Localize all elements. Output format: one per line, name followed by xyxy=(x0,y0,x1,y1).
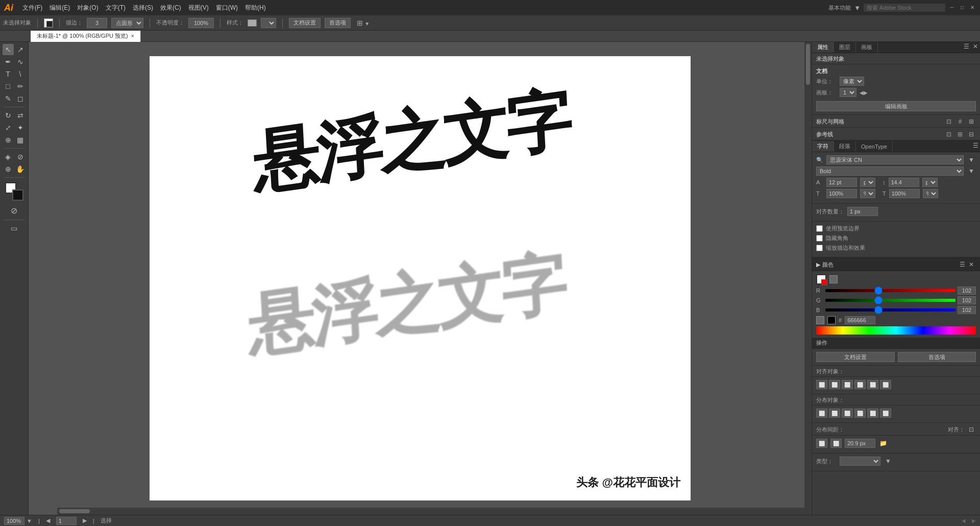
zoom-input[interactable] xyxy=(4,517,24,525)
graph-tool[interactable]: ▦ xyxy=(15,134,26,146)
search-input[interactable] xyxy=(864,4,945,12)
actions-preferences-btn[interactable]: 首选项 xyxy=(898,352,976,362)
tab-opentype[interactable]: OpenType xyxy=(856,141,893,152)
eraser-tool[interactable]: ◻ xyxy=(15,93,26,104)
artboard-tool[interactable]: ▭ xyxy=(9,223,20,234)
guide-settings-icon[interactable]: ⊞ xyxy=(967,117,976,126)
grid-icon[interactable]: # xyxy=(955,117,965,126)
minimize-icon[interactable]: ─ xyxy=(948,4,955,11)
h-scroll-thumb[interactable] xyxy=(59,509,90,513)
menu-select[interactable]: 选择(S) xyxy=(133,4,153,12)
align-right-btn[interactable]: ⬜ xyxy=(842,380,853,389)
scale-unit[interactable]: % xyxy=(923,189,938,198)
none-swatch[interactable]: ⊘ xyxy=(9,205,20,216)
dist-left-btn[interactable]: ⬜ xyxy=(816,409,827,418)
menu-view[interactable]: 视图(V) xyxy=(188,4,209,12)
artboard-next-icon[interactable]: ▶ xyxy=(83,517,87,524)
preferences-btn[interactable]: 首选项 xyxy=(325,18,351,28)
artboard-nav-input[interactable] xyxy=(56,517,77,525)
hide-corner-checkbox[interactable] xyxy=(816,235,823,242)
tab-layers[interactable]: 图层 xyxy=(834,42,856,53)
canvas[interactable]: 悬浮之文字 悬浮之文字 头条 @花花平面设计 xyxy=(150,56,691,500)
edit-artboard-btn[interactable]: 编辑画板 xyxy=(816,101,976,111)
menu-object[interactable]: 对象(O) xyxy=(77,4,98,12)
guide-icon-3[interactable]: ⊟ xyxy=(967,130,976,139)
r-slider[interactable] xyxy=(825,289,955,292)
color-panel-menu-icon[interactable]: ☰ xyxy=(958,260,967,269)
black-swatch[interactable] xyxy=(827,316,836,324)
panel-menu-icon[interactable]: ☰ xyxy=(962,42,971,51)
v-scroll-thumb[interactable] xyxy=(806,44,810,85)
tab-para[interactable]: 段落 xyxy=(834,141,856,152)
ruler-icon[interactable]: ⊡ xyxy=(944,117,953,126)
char-panel-menu-icon[interactable]: ☰ xyxy=(971,141,980,150)
canvas-tab[interactable]: 未标题-1* @ 100% (RGB/GPU 预览) × xyxy=(31,31,141,42)
menu-effect[interactable]: 效果(C) xyxy=(160,4,181,12)
spacing-v-btn[interactable]: ⬜ xyxy=(830,439,842,448)
dist-center-v-btn[interactable]: ⬜ xyxy=(867,409,878,418)
arrange-icon[interactable]: ⊞ ▼ xyxy=(357,19,370,27)
zoom-tool[interactable]: ⊕ xyxy=(3,163,14,175)
use-preview-bounds-checkbox[interactable] xyxy=(816,225,823,232)
font-size-input[interactable] xyxy=(826,178,857,187)
gradient-tool[interactable]: ◈ xyxy=(3,151,14,162)
zoom-arrow[interactable]: ▼ xyxy=(27,518,32,524)
actions-doc-settings-btn[interactable]: 文档设置 xyxy=(816,352,895,362)
doc-settings-btn[interactable]: 文档设置 xyxy=(289,18,321,28)
scale-strokes-checkbox[interactable] xyxy=(816,245,823,251)
panel-close-icon[interactable]: ✕ xyxy=(971,42,980,51)
dist-bottom-btn[interactable]: ⬜ xyxy=(880,409,891,418)
unit-select[interactable]: 像素 毫米 厘米 xyxy=(840,77,864,86)
scroll-left-icon[interactable]: ◀ xyxy=(962,518,966,523)
tracking-input[interactable] xyxy=(826,189,857,198)
r-value-input[interactable]: 102 xyxy=(958,286,976,295)
dist-top-btn[interactable]: ⬜ xyxy=(854,409,866,418)
spacing-folder-icon[interactable]: 📁 xyxy=(878,439,888,448)
g-slider[interactable] xyxy=(825,299,955,302)
curvature-tool[interactable]: ∿ xyxy=(15,56,26,67)
b-slider[interactable] xyxy=(825,308,955,312)
pen-tool[interactable]: ✒ xyxy=(3,56,14,67)
hex-swatch[interactable] xyxy=(816,316,824,324)
menu-window[interactable]: 窗口(W) xyxy=(216,4,238,12)
align-top-btn[interactable]: ⬜ xyxy=(854,380,866,389)
artboard-prev-icon[interactable]: ◀ xyxy=(46,517,50,524)
font-style-select[interactable]: Bold Regular Light xyxy=(816,166,964,176)
shape-builder-tool[interactable]: ⊕ xyxy=(3,134,14,146)
h-scrollbar[interactable] xyxy=(57,508,812,515)
menu-help[interactable]: 帮助(H) xyxy=(245,4,266,12)
leading-unit[interactable]: pt xyxy=(922,178,938,187)
style-swatch[interactable] xyxy=(248,19,257,27)
scale-tool[interactable]: ⤢ xyxy=(3,122,14,133)
align-bottom-btn[interactable]: ⬜ xyxy=(880,380,891,389)
scroll-right-icon[interactable]: ▶ xyxy=(972,518,976,523)
paintbrush-tool[interactable]: ✏ xyxy=(15,81,26,92)
guide-icon-1[interactable]: ⊡ xyxy=(944,130,953,139)
menu-file[interactable]: 文件(F) xyxy=(22,4,42,12)
menu-text[interactable]: 文字(T) xyxy=(106,4,126,12)
close-icon[interactable]: ✕ xyxy=(969,4,976,11)
tab-char[interactable]: 字符 xyxy=(812,141,834,152)
spacing-h-btn[interactable]: ⬜ xyxy=(816,439,827,448)
tab-artboards[interactable]: 画板 xyxy=(856,42,878,53)
artboard-nav-icon[interactable]: ◀▶ xyxy=(860,90,868,95)
direct-select-tool[interactable]: ↗ xyxy=(15,44,26,55)
select-tool[interactable]: ↖ xyxy=(3,44,14,55)
font-size-unit[interactable]: pt xyxy=(860,178,875,187)
font-chevron-icon[interactable]: ▼ xyxy=(967,155,976,164)
stroke-color-swatch[interactable] xyxy=(829,275,838,283)
tracking-unit[interactable]: % xyxy=(860,189,875,198)
v-scrollbar[interactable] xyxy=(804,42,812,508)
font-family-select[interactable]: 思源宋体 CN xyxy=(826,155,964,164)
type-chevron-icon[interactable]: ▼ xyxy=(884,457,893,466)
stroke-width-input[interactable] xyxy=(87,18,107,28)
rotate-tool[interactable]: ↻ xyxy=(3,110,14,121)
font-style-chevron-icon[interactable]: ▼ xyxy=(967,166,976,176)
g-value-input[interactable]: 102 xyxy=(958,296,976,304)
tab-close-icon[interactable]: × xyxy=(131,33,134,39)
stroke-shape-select[interactable]: 点圆形 xyxy=(111,18,143,28)
fill-color-swatch[interactable] xyxy=(816,274,826,284)
align-center-v-btn[interactable]: ⬜ xyxy=(867,380,878,389)
align-to-icon[interactable]: ⊡ xyxy=(967,425,976,434)
spacing-input[interactable] xyxy=(845,439,875,448)
